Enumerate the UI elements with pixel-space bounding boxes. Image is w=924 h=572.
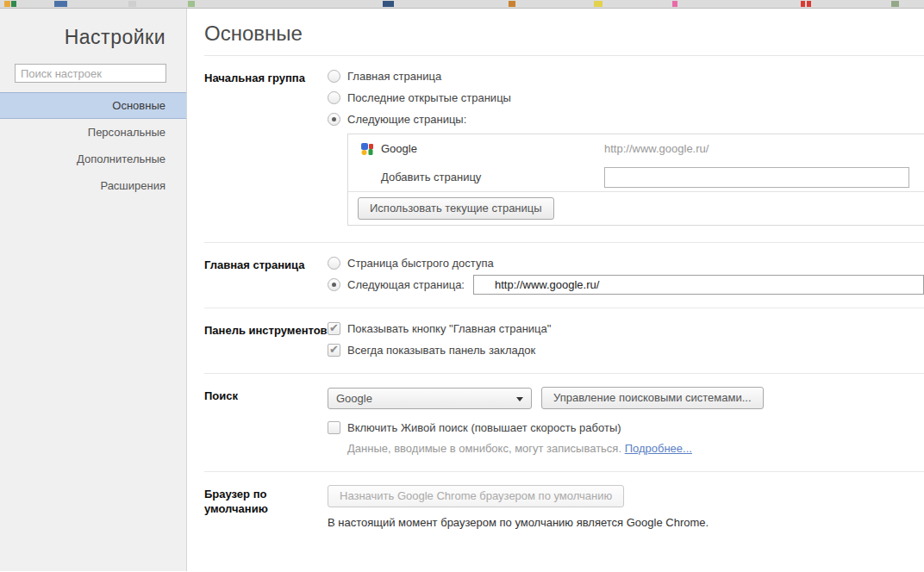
radio-label[interactable]: Главная страница [347,70,441,83]
default-browser-status: В настоящий момент браузером по умолчани… [328,516,924,529]
sidebar-item-basics[interactable]: Основные [0,92,186,119]
settings-content: Основные Начальная группа Главная страни… [187,9,924,571]
checkbox-label[interactable]: Показывать кнопку "Главная страница" [347,322,551,335]
bookmark-favicon-sliver[interactable] [801,1,805,7]
radio-homepage-ntp[interactable] [328,257,340,270]
note-text: Данные, вводимые в омнибокс, могут запис… [347,442,621,455]
toolbar-option-home-button: Показывать кнопку "Главная страница" [328,321,924,335]
settings-window: Настройки Основные Персональные Дополнит… [0,9,924,571]
set-default-browser-button[interactable]: Назначить Google Chrome браузером по умо… [328,485,624,507]
bookmark-favicon-sliver[interactable] [11,1,16,7]
bookmark-favicon-sliver[interactable] [188,1,195,7]
sidebar-item-extensions[interactable]: Расширения [0,172,186,199]
add-page-label: Добавить страницу [381,171,481,183]
radio-startup-specific-pages[interactable] [328,113,340,126]
radio-homepage-url[interactable] [328,278,340,291]
section-toolbar-body: Показывать кнопку "Главная страница" Все… [328,321,924,357]
pages-button-row: Использовать текущие страницы [348,191,924,225]
section-startup: Начальная группа Главная страница Послед… [204,56,924,243]
section-search-body: Google Управление поисковыми системами..… [328,387,924,455]
startup-pages-list: Google http://www.google.ru/ Добавить ст… [347,134,924,226]
add-page-input[interactable] [604,167,909,188]
radio-startup-home[interactable] [328,70,340,83]
radio-label[interactable]: Следующие страницы: [347,113,466,126]
section-toolbar-label: Панель инструментов [204,321,328,357]
section-search: Поиск Google Управление поисковыми систе… [204,374,924,472]
homepage-option-url: Следующая страница: [328,277,924,291]
checkbox-label[interactable]: Включить Живой поиск (повышает скорость … [347,421,621,434]
bookmark-favicon-sliver[interactable] [594,1,602,7]
homepage-option-ntp: Страница быстрого доступа [328,256,924,270]
startup-option-last: Последние открытые страницы [328,90,924,104]
learn-more-link[interactable]: Подробнее... [625,442,692,455]
chevron-down-icon [516,397,523,401]
checkbox-show-home-button[interactable] [328,322,340,335]
settings-sidebar: Настройки Основные Персональные Дополнит… [0,9,187,571]
settings-nav: Основные Персональные Дополнительные Рас… [0,92,186,199]
sidebar-item-personal[interactable]: Персональные [0,119,186,146]
section-homepage-body: Страница быстрого доступа Следующая стра… [328,256,924,291]
bookmark-favicon-sliver[interactable] [4,1,10,7]
sidebar-item-advanced[interactable]: Дополнительные [0,146,186,172]
bookmark-favicon-sliver[interactable] [672,1,677,7]
startup-page-row[interactable]: Google http://www.google.ru/ [348,134,924,163]
add-page-row: Добавить страницу [348,163,924,191]
startup-option-home: Главная страница [328,69,924,83]
search-engine-select[interactable]: Google [328,388,532,409]
bookmark-favicon-sliver[interactable] [509,1,515,7]
startup-option-pages: Следующие страницы: [328,112,924,126]
bookmark-favicon-sliver[interactable] [891,1,899,7]
startup-page-url: http://www.google.ru/ [604,142,709,155]
bookmark-favicon-sliver[interactable] [54,1,67,7]
bookmark-favicon-sliver[interactable] [383,1,394,7]
section-startup-label: Начальная группа [204,69,328,226]
use-current-pages-button[interactable]: Использовать текущие страницы [358,197,554,220]
section-homepage: Главная страница Страница быстрого досту… [204,243,924,308]
settings-search-input[interactable] [15,64,166,83]
search-engine-selected-value: Google [336,392,372,405]
startup-page-main: Google [348,142,604,156]
homepage-url-input[interactable] [473,275,924,295]
section-default-browser-label: Браузер по умолчанию [204,485,328,529]
manage-search-engines-button[interactable]: Управление поисковыми системами... [541,387,764,409]
section-default-browser-body: Назначить Google Chrome браузером по умо… [328,485,924,529]
startup-page-name: Google [381,142,417,155]
instant-search-note: Данные, вводимые в омнибокс, могут запис… [347,442,924,455]
page-title: Основные [204,22,924,46]
checkbox-instant-search[interactable] [328,421,340,434]
search-controls: Google Управление поисковыми системами..… [328,387,924,409]
sidebar-title: Настройки [0,26,165,49]
add-page-main: Добавить страницу [348,171,604,183]
checkbox-label[interactable]: Всегда показывать панель закладок [347,344,535,357]
checkbox-always-show-bookmarks-bar[interactable] [328,344,340,357]
section-default-browser: Браузер по умолчанию Назначить Google Ch… [204,472,924,545]
toolbar-option-bookmarks-bar: Всегда показывать панель закладок [328,343,924,357]
radio-label[interactable]: Страница быстрого доступа [347,257,494,270]
bookmark-favicon-sliver[interactable] [807,1,811,7]
instant-search-option: Включить Живой поиск (повышает скорость … [328,420,924,434]
section-startup-body: Главная страница Последние открытые стра… [328,69,924,226]
section-search-label: Поиск [204,387,328,455]
section-toolbar: Панель инструментов Показывать кнопку "Г… [204,308,924,374]
bookmarks-bar [0,0,924,9]
radio-label[interactable]: Следующая страница: [347,278,465,291]
google-favicon [360,142,374,156]
radio-label[interactable]: Последние открытые страницы [347,91,511,104]
radio-startup-last-pages[interactable] [328,91,340,104]
bookmark-favicon-sliver[interactable] [128,1,136,7]
section-homepage-label: Главная страница [204,256,328,291]
